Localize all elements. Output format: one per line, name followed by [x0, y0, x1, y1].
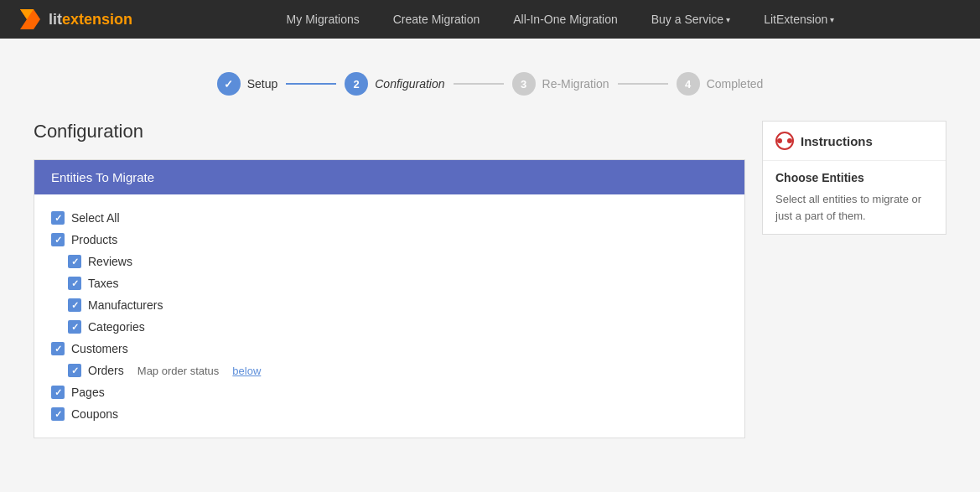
nav-item-my-migrations[interactable]: My Migrations: [270, 0, 376, 39]
navbar: litextension My Migrations Create Migrat…: [0, 0, 980, 39]
checkbox-select-all-input[interactable]: [51, 211, 65, 225]
svg-point-4: [787, 138, 792, 143]
checkbox-customers-label: Customers: [71, 342, 128, 355]
checkbox-orders-label: Orders: [88, 364, 124, 377]
instructions-icon: [775, 132, 794, 150]
right-panel: Instructions Choose Entities Select all …: [762, 121, 946, 235]
step-circle-setup: ✓: [217, 72, 241, 96]
checkbox-reviews-input[interactable]: [68, 255, 81, 268]
checkbox-manufacturers[interactable]: Manufacturers: [51, 294, 728, 316]
left-panel: Configuration Entities To Migrate Select…: [34, 121, 745, 438]
page-title: Configuration: [34, 121, 745, 142]
nav-item-all-in-one[interactable]: All-In-One Migration: [496, 0, 635, 39]
map-order-link[interactable]: below: [232, 365, 261, 377]
connector-3: [618, 83, 668, 85]
map-order-text: Map order status: [137, 365, 220, 377]
instructions-header: Instructions: [763, 122, 946, 161]
brand-name: litextension: [49, 11, 132, 28]
instructions-title: Instructions: [801, 134, 873, 148]
step-circle-remigration: 3: [512, 72, 536, 96]
instructions-text: Select all entities to migrate or just a…: [775, 191, 933, 224]
connector-2: [454, 83, 504, 85]
checkbox-categories[interactable]: Categories: [51, 316, 728, 338]
entities-body: Select All Products Reviews: [34, 194, 744, 438]
content-wrapper: Configuration Entities To Migrate Select…: [34, 121, 946, 438]
checkbox-pages-input[interactable]: [51, 386, 65, 399]
checkbox-coupons-label: Coupons: [71, 407, 118, 421]
svg-point-3: [777, 138, 782, 143]
step-remigration: 3 Re-Migration: [512, 72, 609, 96]
entities-header: Entities To Migrate: [34, 160, 744, 194]
checkbox-coupons-input[interactable]: [51, 407, 65, 421]
main-content: ✓ Setup 2 Configuration 3 Re-Migration 4…: [0, 39, 980, 492]
checkbox-reviews-label: Reviews: [88, 255, 132, 268]
checkbox-customers[interactable]: Customers: [51, 338, 728, 360]
step-completed: 4 Completed: [677, 72, 764, 96]
checkbox-categories-label: Categories: [88, 320, 145, 334]
brand-logo-area[interactable]: litextension: [17, 6, 132, 33]
checkbox-taxes-input[interactable]: [68, 277, 81, 290]
checkbox-select-all-label: Select All: [71, 211, 120, 225]
instructions-subtitle: Choose Entities: [775, 171, 933, 184]
checkbox-coupons[interactable]: Coupons: [51, 403, 728, 425]
instructions-body: Choose Entities Select all entities to m…: [763, 161, 946, 234]
instructions-box: Instructions Choose Entities Select all …: [762, 121, 946, 235]
nav-item-litextension[interactable]: LitExtension: [747, 0, 851, 39]
step-circle-completed: 4: [677, 72, 700, 96]
checkbox-pages-label: Pages: [71, 386, 105, 399]
connector-1: [286, 83, 336, 85]
checkbox-orders[interactable]: Orders Map order status below: [51, 360, 728, 381]
checkbox-manufacturers-input[interactable]: [68, 298, 81, 312]
step-label-setup: Setup: [247, 77, 278, 91]
step-circle-configuration: 2: [345, 72, 368, 96]
checkbox-manufacturers-label: Manufacturers: [88, 298, 163, 312]
checkbox-categories-input[interactable]: [68, 320, 81, 334]
nav-item-create-migration[interactable]: Create Migration: [376, 0, 497, 39]
checkbox-pages[interactable]: Pages: [51, 381, 728, 403]
step-setup: ✓ Setup: [217, 72, 278, 96]
step-label-completed: Completed: [707, 77, 764, 91]
nav-item-buy-service[interactable]: Buy a Service: [635, 0, 747, 39]
step-label-remigration: Re-Migration: [542, 77, 609, 91]
step-label-configuration: Configuration: [375, 77, 444, 91]
checkbox-reviews[interactable]: Reviews: [51, 251, 728, 272]
step-configuration: 2 Configuration: [345, 72, 444, 96]
brand-logo-icon: [17, 6, 44, 33]
checkbox-taxes[interactable]: Taxes: [51, 272, 728, 294]
checkbox-orders-input[interactable]: [68, 364, 81, 377]
nav-menu: My Migrations Create Migration All-In-On…: [158, 0, 963, 39]
checkbox-taxes-label: Taxes: [88, 277, 119, 290]
checkbox-products-label: Products: [71, 233, 117, 246]
checkbox-customers-input[interactable]: [51, 342, 65, 355]
stepper: ✓ Setup 2 Configuration 3 Re-Migration 4…: [34, 55, 946, 121]
entities-box: Entities To Migrate Select All Products: [34, 159, 745, 438]
checkbox-select-all[interactable]: Select All: [51, 207, 728, 229]
checkbox-products[interactable]: Products: [51, 229, 728, 251]
checkbox-products-input[interactable]: [51, 233, 65, 246]
